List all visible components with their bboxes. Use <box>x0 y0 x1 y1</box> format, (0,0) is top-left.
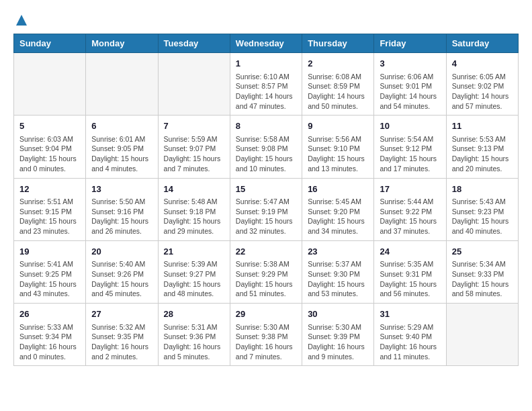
cell-content: Sunrise: 5:30 AM Sunset: 9:38 PM Dayligh… <box>236 322 296 362</box>
day-number: 25 <box>452 245 513 259</box>
cell-content: Sunrise: 5:56 AM Sunset: 9:10 PM Dayligh… <box>308 134 368 174</box>
cell-content: Sunrise: 5:47 AM Sunset: 9:19 PM Dayligh… <box>236 197 296 236</box>
calendar-cell <box>14 53 86 116</box>
week-row-5: 26Sunrise: 5:33 AM Sunset: 9:34 PM Dayli… <box>14 304 519 366</box>
day-number: 1 <box>236 57 296 71</box>
cell-content: Sunrise: 6:03 AM Sunset: 9:04 PM Dayligh… <box>19 134 80 174</box>
cell-content: Sunrise: 5:29 AM Sunset: 9:40 PM Dayligh… <box>380 322 440 362</box>
day-number: 13 <box>91 183 152 196</box>
day-number: 18 <box>452 183 513 196</box>
day-number: 2 <box>308 57 368 71</box>
day-number: 23 <box>308 245 368 259</box>
calendar-cell: 25Sunrise: 5:34 AM Sunset: 9:33 PM Dayli… <box>446 240 518 303</box>
calendar-cell: 31Sunrise: 5:29 AM Sunset: 9:40 PM Dayli… <box>374 304 446 366</box>
cell-content: Sunrise: 5:30 AM Sunset: 9:39 PM Dayligh… <box>308 322 368 362</box>
calendar-cell: 7Sunrise: 5:59 AM Sunset: 9:07 PM Daylig… <box>158 116 230 178</box>
day-number: 17 <box>380 183 440 196</box>
logo <box>13 13 28 27</box>
calendar-cell <box>86 53 158 116</box>
cell-content: Sunrise: 6:10 AM Sunset: 8:57 PM Dayligh… <box>236 72 296 111</box>
calendar-cell: 24Sunrise: 5:35 AM Sunset: 9:31 PM Dayli… <box>374 240 446 303</box>
calendar-cell: 2Sunrise: 6:08 AM Sunset: 8:59 PM Daylig… <box>302 53 374 116</box>
calendar-cell: 19Sunrise: 5:41 AM Sunset: 9:25 PM Dayli… <box>14 240 86 303</box>
day-number: 26 <box>19 308 80 321</box>
day-number: 9 <box>308 120 368 133</box>
day-number: 16 <box>308 183 368 196</box>
calendar-cell: 8Sunrise: 5:58 AM Sunset: 9:08 PM Daylig… <box>230 116 302 178</box>
cell-content: Sunrise: 6:01 AM Sunset: 9:05 PM Dayligh… <box>91 134 152 174</box>
calendar-cell: 22Sunrise: 5:38 AM Sunset: 9:29 PM Dayli… <box>230 240 302 303</box>
header-day-wednesday: Wednesday <box>230 34 302 53</box>
cell-content: Sunrise: 5:53 AM Sunset: 9:13 PM Dayligh… <box>452 134 513 174</box>
cell-content: Sunrise: 5:43 AM Sunset: 9:23 PM Dayligh… <box>452 197 513 236</box>
cell-content: Sunrise: 6:06 AM Sunset: 9:01 PM Dayligh… <box>380 72 440 111</box>
calendar-cell: 12Sunrise: 5:51 AM Sunset: 9:15 PM Dayli… <box>14 178 86 240</box>
calendar-cell: 3Sunrise: 6:06 AM Sunset: 9:01 PM Daylig… <box>374 53 446 116</box>
day-number: 20 <box>91 245 152 259</box>
cell-content: Sunrise: 6:08 AM Sunset: 8:59 PM Dayligh… <box>308 72 368 111</box>
calendar-cell: 13Sunrise: 5:50 AM Sunset: 9:16 PM Dayli… <box>86 178 158 240</box>
cell-content: Sunrise: 5:51 AM Sunset: 9:15 PM Dayligh… <box>19 197 80 236</box>
cell-content: Sunrise: 5:45 AM Sunset: 9:20 PM Dayligh… <box>308 197 368 236</box>
cell-content: Sunrise: 6:05 AM Sunset: 9:02 PM Dayligh… <box>452 72 513 111</box>
calendar-cell: 23Sunrise: 5:37 AM Sunset: 9:30 PM Dayli… <box>302 240 374 303</box>
calendar-cell: 4Sunrise: 6:05 AM Sunset: 9:02 PM Daylig… <box>446 53 518 116</box>
header-day-friday: Friday <box>374 34 446 53</box>
cell-content: Sunrise: 5:31 AM Sunset: 9:36 PM Dayligh… <box>164 322 224 362</box>
day-number: 8 <box>236 120 296 133</box>
cell-content: Sunrise: 5:33 AM Sunset: 9:34 PM Dayligh… <box>19 322 80 362</box>
week-row-2: 5Sunrise: 6:03 AM Sunset: 9:04 PM Daylig… <box>14 116 519 178</box>
calendar-cell: 17Sunrise: 5:44 AM Sunset: 9:22 PM Dayli… <box>374 178 446 240</box>
day-number: 21 <box>164 245 224 259</box>
cell-content: Sunrise: 5:50 AM Sunset: 9:16 PM Dayligh… <box>91 197 152 236</box>
calendar-cell: 1Sunrise: 6:10 AM Sunset: 8:57 PM Daylig… <box>230 53 302 116</box>
cell-content: Sunrise: 5:35 AM Sunset: 9:31 PM Dayligh… <box>380 259 440 299</box>
calendar-cell: 9Sunrise: 5:56 AM Sunset: 9:10 PM Daylig… <box>302 116 374 178</box>
calendar-cell: 16Sunrise: 5:45 AM Sunset: 9:20 PM Dayli… <box>302 178 374 240</box>
cell-content: Sunrise: 5:40 AM Sunset: 9:26 PM Dayligh… <box>91 259 152 299</box>
cell-content: Sunrise: 5:32 AM Sunset: 9:35 PM Dayligh… <box>91 322 152 362</box>
header-day-tuesday: Tuesday <box>158 34 230 53</box>
day-number: 10 <box>380 120 440 133</box>
calendar-cell: 20Sunrise: 5:40 AM Sunset: 9:26 PM Dayli… <box>86 240 158 303</box>
day-number: 29 <box>236 308 296 321</box>
calendar-cell: 28Sunrise: 5:31 AM Sunset: 9:36 PM Dayli… <box>158 304 230 366</box>
calendar-cell <box>158 53 230 116</box>
calendar-cell: 27Sunrise: 5:32 AM Sunset: 9:35 PM Dayli… <box>86 304 158 366</box>
calendar-cell <box>446 304 518 366</box>
cell-content: Sunrise: 5:58 AM Sunset: 9:08 PM Dayligh… <box>236 134 296 174</box>
week-row-1: 1Sunrise: 6:10 AM Sunset: 8:57 PM Daylig… <box>14 53 519 116</box>
day-number: 31 <box>380 308 440 321</box>
week-row-4: 19Sunrise: 5:41 AM Sunset: 9:25 PM Dayli… <box>14 240 519 303</box>
calendar-cell: 5Sunrise: 6:03 AM Sunset: 9:04 PM Daylig… <box>14 116 86 178</box>
day-number: 4 <box>452 57 513 71</box>
day-number: 6 <box>91 120 152 133</box>
day-number: 5 <box>19 120 80 133</box>
day-number: 3 <box>380 57 440 71</box>
day-number: 12 <box>19 183 80 196</box>
calendar-cell: 30Sunrise: 5:30 AM Sunset: 9:39 PM Dayli… <box>302 304 374 366</box>
calendar-cell: 18Sunrise: 5:43 AM Sunset: 9:23 PM Dayli… <box>446 178 518 240</box>
day-number: 11 <box>452 120 513 133</box>
day-number: 14 <box>164 183 224 196</box>
day-number: 19 <box>19 245 80 259</box>
day-number: 22 <box>236 245 296 259</box>
calendar-cell: 14Sunrise: 5:48 AM Sunset: 9:18 PM Dayli… <box>158 178 230 240</box>
header-day-sunday: Sunday <box>14 34 86 53</box>
header-day-monday: Monday <box>86 34 158 53</box>
svg-marker-0 <box>16 15 27 26</box>
calendar-cell: 10Sunrise: 5:54 AM Sunset: 9:12 PM Dayli… <box>374 116 446 178</box>
week-row-3: 12Sunrise: 5:51 AM Sunset: 9:15 PM Dayli… <box>14 178 519 240</box>
calendar-cell: 21Sunrise: 5:39 AM Sunset: 9:27 PM Dayli… <box>158 240 230 303</box>
cell-content: Sunrise: 5:48 AM Sunset: 9:18 PM Dayligh… <box>164 197 224 236</box>
cell-content: Sunrise: 5:39 AM Sunset: 9:27 PM Dayligh… <box>164 259 224 299</box>
day-number: 15 <box>236 183 296 196</box>
header-day-saturday: Saturday <box>446 34 518 53</box>
cell-content: Sunrise: 5:37 AM Sunset: 9:30 PM Dayligh… <box>308 259 368 299</box>
calendar-cell: 6Sunrise: 6:01 AM Sunset: 9:05 PM Daylig… <box>86 116 158 178</box>
calendar-cell: 15Sunrise: 5:47 AM Sunset: 9:19 PM Dayli… <box>230 178 302 240</box>
header-row: SundayMondayTuesdayWednesdayThursdayFrid… <box>14 34 519 53</box>
cell-content: Sunrise: 5:41 AM Sunset: 9:25 PM Dayligh… <box>19 259 80 299</box>
cell-content: Sunrise: 5:34 AM Sunset: 9:33 PM Dayligh… <box>452 259 513 299</box>
day-number: 30 <box>308 308 368 321</box>
